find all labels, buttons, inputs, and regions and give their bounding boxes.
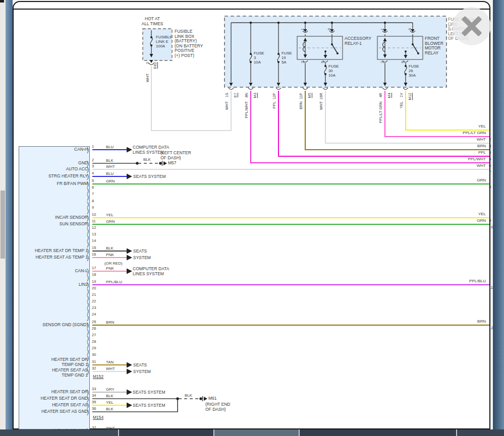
splice-m57-location: (LEFT CENTER OF DASH) [160,151,191,160]
page-scrollbar-thumb[interactable] [1,191,5,259]
output-wire-color-label: PPL/LT GRN [378,101,383,123]
pin-number: 19 [92,279,96,284]
pin-number: 27 [92,333,96,337]
bottom-panel-segment[interactable] [457,429,504,436]
pin-label-lin2: LIN2 [20,282,88,287]
wire-color-p11: GRN [106,219,115,224]
pin-label-strg-heater-rly: STRG HEATER RLY [20,173,88,178]
pin-number: 32 [92,366,96,370]
pin-label-auto-acc: AUTO ACC [20,166,88,171]
output-connector-label: E7 [233,93,238,97]
fusible-link-box-note: FUSIBLE LINK BOX (BATTERY) (ON BATTERY P… [175,29,203,58]
pin-number: 13 [92,232,96,236]
dest-seats-system-p35: SEATS SYSTEM [133,403,165,408]
output-pin-label: 16R [318,93,324,100]
wire-color-label: PPL/LT GRN [433,131,486,135]
output-connector-label: M3 [252,93,258,98]
close-button[interactable] [453,7,491,45]
wire-color-label: YEL [433,124,486,129]
wire-number: 4 [489,150,491,155]
output-connector-label: M12 [407,93,413,100]
wire-color-p4: BLU [106,171,114,176]
pin-number: 28 [92,339,96,344]
wire-number: 6 [489,163,491,168]
fusible-link-pin-number: 3 [145,62,150,64]
pin-number: 10 [92,212,96,217]
relay2-pin2: 2 [379,61,385,63]
dest-computer-data-p17: COMPUTER DATA LINES SYSTEM [133,267,169,276]
output-connector-label: M4 [386,93,392,98]
pin-label-heater-seat-as-gnd: HEATER SEAT AS GND [20,409,88,414]
pin-number: 31 [92,359,96,364]
pin-number: 25 [92,320,96,324]
fusible-link-label: FUSIBLE LINK E 100A [156,35,173,48]
wire-number: 5 [489,157,491,161]
pin-number: 20 [92,286,96,290]
wire-color-p19: PPL/BLU [106,280,122,284]
pin-number: 14 [92,238,96,243]
pin-label-heater-seat-as-temp-gnd1: HEATER SEAT AS TEMP GND 1 [20,367,88,378]
pin-number: 11 [92,219,96,223]
wire-number: 7 [489,170,491,174]
pin-label-heater-seat-dr-gnd: HEATER SEAT DR GND [20,396,88,401]
output-wire-color-label: YEL [399,101,404,108]
pin-number: 22 [92,299,96,303]
output-pin-label: 1S [224,93,230,97]
relay1-pin1: 1 [300,28,305,30]
wire-color-label: BRN [433,319,486,324]
wire-color-p32: WHT [106,366,115,371]
dest-system-p16: SYSTEM [133,256,151,261]
pin-number: 9 [92,205,94,210]
page-corner-fragment [0,0,4,3]
wire-color-label: PPL [433,150,486,155]
wire-color-p36: BLK [106,407,114,411]
pin-number: 18 [92,272,96,277]
wire-number: 1 [489,131,491,135]
pin-number: 4 [92,171,94,175]
output-wire-color-label: WHT [318,101,324,110]
splice-m61-location: (RIGHT END OF DASH) [205,402,230,412]
output-pin-label: 1V [399,93,404,97]
wire-color-label: PPL/BLU [433,279,486,283]
bottom-panel-segment[interactable] [0,429,118,436]
wire-color-p16: PNK [106,253,114,257]
output-wire-color-label: PPL/WHT [244,101,249,118]
bottom-panel-segment[interactable] [119,429,213,436]
bottom-panel-segment[interactable] [214,429,299,436]
connector-e62-label: E62 [152,62,158,69]
wire-number: 3 [489,144,491,148]
pin-label-gnd: GND [20,160,88,165]
pin-label-heater-seat-as-temp1: HEATER SEAT AS TEMP 1 [20,255,88,260]
wire-color-label: YEL [433,212,486,216]
dest-seats-system-p33: SEATS SYSTEM [133,390,165,395]
splice-wire-color-m57: BLK [143,157,151,162]
relay2-pin1: 1 [379,28,385,30]
bottom-panel-segment[interactable] [300,429,456,436]
wire-color-p10: YEL [106,213,114,217]
pin-number: 34 [92,393,96,398]
pin-label-heater-seat-dr-temp-gnd1: HEATER SEAT DR TEMP GND 1 [20,357,88,367]
fuse-26-label: FUSE 26 30A [409,64,419,78]
pin-number: 30 [92,352,96,357]
pin-number: 16 [92,252,96,257]
pin-number: 24 [92,312,96,317]
wire-color-label: BRN [433,144,486,148]
output-pin-label: 12P [271,93,277,99]
wire-color-label: GRN [433,218,486,223]
pin-number: 3 [92,164,94,168]
output-pin-label: 8N [244,93,249,98]
pin-number: 36 [92,406,96,411]
wire-color-p1: BLU [106,145,114,149]
splice-m57-label: M57 [168,161,177,166]
pin-number: 2 [92,158,94,162]
wire-number: 12 [489,326,493,330]
wire-color-p31: TAN [106,360,114,364]
wiring-diagram-viewer: HOT AT ALL TIMES FUSIBLE LINK E 100A FUS… [0,0,504,436]
pin-number: 5 [92,178,94,183]
relay2-pin5: 5 [400,61,406,63]
relay2-pin3: 3 [407,28,413,30]
pin-number: 7 [92,192,94,196]
output-wire-color-label: WHT [224,101,230,110]
wire-color-p34: BLK [106,394,114,398]
relay1-pin5: 5 [320,61,325,63]
